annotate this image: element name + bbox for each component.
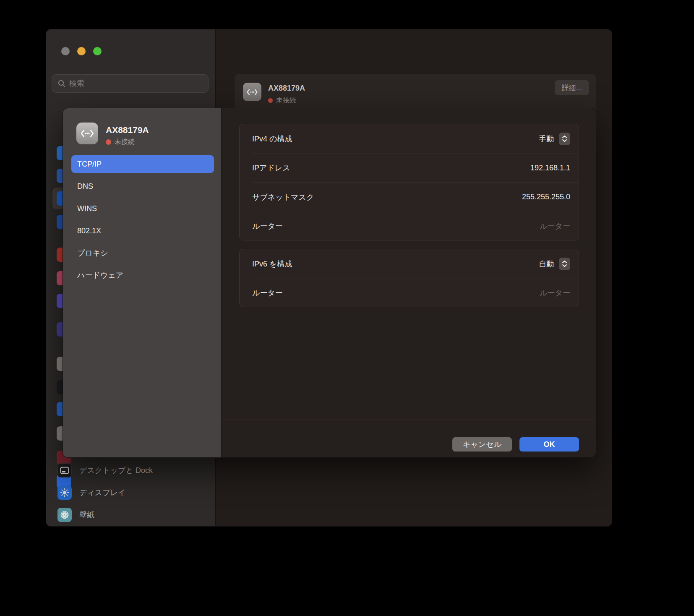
tab-wins[interactable]: WINS <box>71 200 214 217</box>
ipv6-config-label: IPv6 を構成 <box>252 259 292 269</box>
ipv4-config-label: IPv4 の構成 <box>252 134 292 144</box>
ipv6-router-field[interactable]: ルーター <box>540 288 570 298</box>
ip-address-label: IPアドレス <box>252 163 290 173</box>
subnet-mask-field[interactable]: 255.255.255.0 <box>522 193 570 201</box>
desktop-dock-icon <box>57 463 72 478</box>
subnet-mask-row: サブネットマスク 255.255.255.0 <box>240 183 579 212</box>
ipv4-group: IPv4 の構成 手動 IPアドレス 192.168.1.1 サブネットマスク … <box>239 124 579 240</box>
ethernet-adapter-icon <box>76 123 98 144</box>
tab-proxy[interactable]: プロキシ <box>71 244 214 262</box>
footer-divider <box>222 420 596 420</box>
ipv4-router-row: ルーター ルーター <box>240 212 579 241</box>
cancel-button[interactable]: キャンセル <box>452 437 512 452</box>
tab-dns[interactable]: DNS <box>71 177 214 195</box>
ipv6-router-label: ルーター <box>252 288 283 298</box>
device-name: AX88179A <box>268 84 305 93</box>
ok-button[interactable]: OK <box>519 437 579 452</box>
search-icon <box>58 80 65 87</box>
tab-hardware[interactable]: ハードウェア <box>71 266 214 284</box>
minimize-button[interactable] <box>77 47 86 55</box>
sidebar-item-display[interactable]: ディスプレイ <box>57 485 126 500</box>
close-button[interactable] <box>61 47 70 55</box>
details-button[interactable]: 詳細... <box>555 80 589 95</box>
ipv4-config-value: 手動 <box>539 134 554 144</box>
sidebar-item-desktop-dock[interactable]: デスクトップと Dock <box>57 463 153 478</box>
ipv4-config-row: IPv4 の構成 手動 <box>240 124 579 154</box>
zoom-button[interactable] <box>93 47 102 55</box>
ipv4-router-label: ルーター <box>252 221 283 231</box>
device-status: 未接続 <box>268 96 296 105</box>
tcpip-settings-sheet: AX88179A 未接続 TCP/IP DNS WINS 802.1X プロキシ… <box>63 108 596 457</box>
ip-address-row: IPアドレス 192.168.1.1 <box>240 154 579 183</box>
search-placeholder: 検索 <box>69 78 84 89</box>
sheet-content: IPv4 の構成 手動 IPアドレス 192.168.1.1 サブネットマスク … <box>222 108 596 457</box>
ipv6-config-stepper[interactable] <box>559 258 570 270</box>
sheet-sidebar: AX88179A 未接続 TCP/IP DNS WINS 802.1X プロキシ… <box>63 108 222 457</box>
device-status: 未接続 <box>106 138 135 146</box>
ipv6-group: IPv6 を構成 自動 ルーター ルーター <box>239 249 579 307</box>
sheet-nav: TCP/IP DNS WINS 802.1X プロキシ ハードウェア <box>71 155 214 289</box>
device-name: AX88179A <box>106 125 149 135</box>
ipv6-config-row: IPv6 を構成 自動 <box>240 249 579 279</box>
sidebar-item-label: ディスプレイ <box>79 488 126 498</box>
ipv4-router-field[interactable]: ルーター <box>540 221 570 231</box>
tab-8021x[interactable]: 802.1X <box>71 222 214 240</box>
wallpaper-icon <box>57 508 72 522</box>
display-icon <box>57 485 72 500</box>
sidebar-item-label: 壁紙 <box>79 510 94 520</box>
subnet-mask-label: サブネットマスク <box>252 192 314 202</box>
ipv6-config-value: 自動 <box>539 259 554 269</box>
sidebar-item-label: デスクトップと Dock <box>79 465 153 475</box>
ip-address-field[interactable]: 192.168.1.1 <box>530 164 570 172</box>
ethernet-adapter-icon <box>243 83 261 101</box>
ipv6-router-row: ルーター ルーター <box>240 279 579 308</box>
sidebar-item-wallpaper[interactable]: 壁紙 <box>57 508 94 522</box>
ipv4-config-stepper[interactable] <box>559 133 570 145</box>
status-dot <box>106 139 111 145</box>
status-dot <box>268 98 273 103</box>
search-input[interactable]: 検索 <box>52 74 209 93</box>
tab-tcpip[interactable]: TCP/IP <box>71 155 214 173</box>
